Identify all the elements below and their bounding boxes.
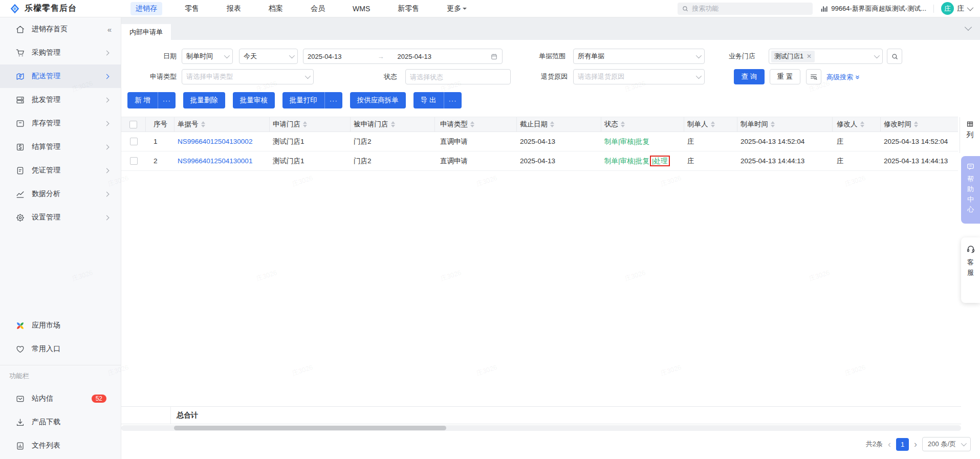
col-make-time[interactable]: 制单时间 <box>737 117 833 132</box>
cell-make-time: 2025-04-13 14:52:04 <box>737 132 833 151</box>
user-chevron-down-icon <box>967 5 974 11</box>
sort-icon[interactable] <box>621 121 625 127</box>
sort-icon[interactable] <box>470 121 474 127</box>
chevron-right-icon <box>104 97 110 102</box>
global-search[interactable] <box>678 3 813 15</box>
nav-item-huiyuan[interactable]: 会员 <box>306 2 330 15</box>
sidebar-item-messages[interactable]: 站内信 52 <box>0 387 121 410</box>
split-by-supplier-button[interactable]: 按供应商拆单 <box>350 92 406 108</box>
nav-item-jinxiaocun[interactable]: 进销存 <box>130 2 162 15</box>
sort-icon[interactable] <box>914 121 918 127</box>
scope-select[interactable]: 所有单据 <box>573 49 705 64</box>
date-to: 2025-04-13 <box>398 53 432 60</box>
reset-button[interactable]: 重 置 <box>770 69 800 84</box>
date-preset-select[interactable]: 今天 <box>239 49 298 64</box>
tab-internal-application[interactable]: 内部申请单 <box>121 24 171 40</box>
nav-item-baobiao[interactable]: 报表 <box>222 2 246 15</box>
column-settings-tool[interactable]: 列 <box>960 117 980 153</box>
sort-icon[interactable] <box>860 121 864 127</box>
col-modify-time[interactable]: 修改时间 <box>881 117 958 132</box>
sidebar-collapse-icon[interactable]: « <box>107 25 111 34</box>
chevron-right-icon <box>104 215 110 220</box>
order-no-link[interactable]: NS99664012504130001 <box>178 157 252 165</box>
export-more-button[interactable]: ··· <box>444 92 462 108</box>
user-menu[interactable]: 庄 庄 <box>941 2 972 15</box>
col-order-no[interactable]: 单据号 <box>175 117 270 132</box>
line-chart-icon <box>15 189 25 199</box>
sidebar-item-app-market[interactable]: 应用市场 <box>0 314 121 337</box>
col-deadline[interactable]: 截止日期 <box>517 117 601 132</box>
business-store-label: 业务门店 <box>725 49 755 64</box>
sidebar-item-home[interactable]: 进销存首页 « <box>0 17 121 41</box>
next-page-button[interactable]: › <box>914 438 917 450</box>
sort-icon[interactable] <box>391 121 395 127</box>
col-status[interactable]: 状态 <box>601 117 684 132</box>
apply-type-select[interactable]: 请选择申请类型 <box>182 69 314 84</box>
nav-item-more[interactable]: 更多 <box>442 2 472 15</box>
add-more-button[interactable]: ··· <box>158 92 176 108</box>
sidebar-item-analytics[interactable]: 数据分析 <box>0 182 121 206</box>
col-maker[interactable]: 制单人 <box>684 117 737 132</box>
query-button[interactable]: 查 询 <box>734 69 765 84</box>
add-button[interactable]: 新 增··· <box>127 92 176 108</box>
export-button[interactable]: 导 出··· <box>413 92 462 108</box>
business-store-select[interactable]: 测试门店1✕ <box>769 49 883 64</box>
page-size-select[interactable]: 200 条/页 <box>922 437 971 451</box>
customer-service-label: 客服 <box>967 257 974 278</box>
sidebar-item-inventory[interactable]: 库存管理 <box>0 112 121 135</box>
store-name: 99664-新界面商超版测试-测试... <box>831 4 926 13</box>
sidebar-item-settings[interactable]: 设置管理 <box>0 206 121 229</box>
nav-item-dangan[interactable]: 档案 <box>264 2 288 15</box>
prev-page-button[interactable]: ‹ <box>888 438 891 450</box>
order-no-link[interactable]: NS99664012504130002 <box>178 138 252 145</box>
sort-icon[interactable] <box>711 121 715 127</box>
col-modifier[interactable]: 修改人 <box>833 117 881 132</box>
sort-icon[interactable] <box>303 121 307 127</box>
sidebar-item-voucher[interactable]: 凭证管理 <box>0 159 121 182</box>
batch-audit-button[interactable]: 批量审核 <box>233 92 275 108</box>
status-input-box[interactable] <box>405 69 511 84</box>
sidebar-item-delivery[interactable]: 配送管理 <box>0 64 121 88</box>
scrollbar-thumb[interactable] <box>174 426 446 430</box>
filter-search-icon <box>810 73 818 81</box>
help-center-button[interactable]: 帮助中心 <box>961 156 980 224</box>
row-checkbox[interactable] <box>130 157 138 165</box>
sidebar-item-file-list[interactable]: 文件列表 <box>0 434 121 457</box>
store-switcher[interactable]: 99664-新界面商超版测试-测试... <box>820 4 926 13</box>
nav-item-xinlingshou[interactable]: 新零售 <box>393 2 424 15</box>
sidebar-item-favorites[interactable]: 常用入口 <box>0 337 121 361</box>
nav-item-wms[interactable]: WMS <box>347 3 375 15</box>
sidebar-item-purchase[interactable]: 采购管理 <box>0 41 121 64</box>
store-search-button[interactable] <box>887 49 902 64</box>
date-range-input[interactable]: 2025-04-13 → 2025-04-13 <box>303 49 503 64</box>
tabstrip-chevron-down-icon[interactable] <box>965 24 972 31</box>
global-search-input[interactable] <box>692 5 794 12</box>
sidebar-item-product-download[interactable]: 产品下载 <box>0 410 121 434</box>
batch-delete-button[interactable]: 批量删除 <box>183 92 225 108</box>
filter-search-button[interactable] <box>806 69 821 84</box>
sidebar-item-wholesale[interactable]: 批发管理 <box>0 88 121 112</box>
return-reason-select[interactable]: 请选择退货原因 <box>573 69 705 84</box>
status-input[interactable] <box>410 73 506 81</box>
horizontal-scrollbar[interactable] <box>121 425 961 431</box>
print-more-button[interactable]: ··· <box>324 92 342 108</box>
cell-modifier: 庄 <box>833 151 881 170</box>
sort-icon[interactable] <box>550 121 554 127</box>
col-apply-store[interactable]: 申请门店 <box>270 117 351 132</box>
col-target-store[interactable]: 被申请门店 <box>351 117 435 132</box>
cell-target-store: 门店2 <box>351 151 435 170</box>
customer-service-button[interactable]: 客服 <box>961 237 980 303</box>
row-checkbox[interactable] <box>130 138 138 145</box>
page-number-button[interactable]: 1 <box>896 438 909 451</box>
tag-close-icon[interactable]: ✕ <box>807 53 812 60</box>
date-type-select[interactable]: 制单时间 <box>182 49 233 64</box>
nav-item-lingshou[interactable]: 零售 <box>180 2 204 15</box>
advanced-search-link[interactable]: 高级搜索 <box>826 73 860 82</box>
col-apply-type[interactable]: 申请类型 <box>435 117 517 132</box>
sidebar-item-settlement[interactable]: 结算管理 <box>0 135 121 159</box>
batch-print-button[interactable]: 批量打印··· <box>282 92 342 108</box>
sort-icon[interactable] <box>201 121 205 127</box>
sort-icon[interactable] <box>771 121 775 127</box>
select-all-checkbox[interactable] <box>129 121 137 128</box>
cell-target-store: 门店2 <box>351 132 435 151</box>
